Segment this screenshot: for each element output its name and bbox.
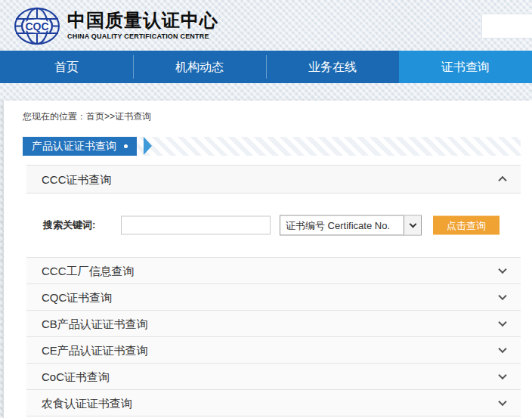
banner-dot-icon bbox=[124, 144, 128, 148]
site-title-en: CHINA QUALITY CERTIFICATION CENTRE bbox=[67, 33, 218, 40]
section-banner-title: 产品认证证书查询 bbox=[32, 137, 116, 156]
accordion-header-agrifood-certificate[interactable]: 农食认证证书查询 bbox=[26, 390, 521, 416]
query-button[interactable]: 点击查询 bbox=[433, 216, 500, 235]
accordion-header-ce-certificate[interactable]: CE产品认证证书查询 bbox=[26, 337, 521, 364]
header-search-box[interactable] bbox=[481, 14, 532, 39]
ccc-search-form: 搜索关键词: 证书编号 Certificate No. 点击查询 bbox=[26, 194, 521, 258]
chevron-down-icon bbox=[498, 265, 506, 274]
accordion-row-label: CoC证书查询 bbox=[42, 370, 110, 383]
cqc-globe-logo-icon: CQC bbox=[13, 6, 61, 46]
accordion-header-cqc-certificate[interactable]: CQC证书查询 bbox=[26, 284, 521, 311]
search-keyword-label: 搜索关键词: bbox=[43, 218, 95, 232]
chevron-down-icon bbox=[498, 345, 506, 353]
accordion-header-ccc-factory[interactable]: CCC工厂信息查询 bbox=[26, 258, 521, 284]
search-type-select[interactable]: 证书编号 Certificate No. bbox=[280, 215, 422, 236]
nav-item-certificate-query[interactable]: 证书查询 bbox=[399, 51, 532, 83]
accordion-header-label: CCC证书查询 bbox=[42, 173, 112, 186]
logo-text: CQC bbox=[25, 20, 48, 33]
nav-item-news[interactable]: 机构动态 bbox=[133, 51, 266, 83]
chevron-down-icon bbox=[498, 398, 506, 406]
content-panel: 您现在的位置：首页>>证书查询 产品认证证书查询 CCC证书查询 搜索关键词: … bbox=[4, 101, 532, 418]
accordion-header-coc-certificate[interactable]: CoC证书查询 bbox=[26, 364, 521, 390]
nav-item-business-online[interactable]: 业务在线 bbox=[266, 51, 399, 83]
search-keyword-input[interactable] bbox=[121, 216, 271, 235]
accordion-row-label: 农食认证证书查询 bbox=[42, 397, 132, 410]
main-nav: 首页 机构动态 业务在线 证书查询 bbox=[0, 51, 532, 83]
section-banner-title-box: 产品认证证书查询 bbox=[23, 137, 137, 156]
site-titles: 中国质量认证中心 CHINA QUALITY CERTIFICATION CEN… bbox=[67, 10, 218, 40]
chevron-down-icon bbox=[498, 318, 506, 327]
accordion-row-label: CB产品认证证书查询 bbox=[42, 317, 148, 330]
nav-item-home[interactable]: 首页 bbox=[0, 51, 133, 83]
section-banner: 产品认证证书查询 bbox=[23, 137, 521, 156]
site-header: CQC 中国质量认证中心 CHINA QUALITY CERTIFICATION… bbox=[0, 0, 532, 51]
chevron-down-icon bbox=[409, 221, 416, 228]
accordion-row-label: CE产品认证证书查询 bbox=[42, 344, 148, 357]
banner-arrow-icon bbox=[144, 137, 152, 155]
page: CQC 中国质量认证中心 CHINA QUALITY CERTIFICATION… bbox=[0, 0, 532, 418]
accordion-header-cb-certificate[interactable]: CB产品认证证书查询 bbox=[26, 311, 521, 337]
caret-up-icon bbox=[498, 176, 506, 184]
accordion-row-label: CQC证书查询 bbox=[42, 291, 112, 304]
chevron-down-icon bbox=[498, 292, 506, 300]
query-accordion: CCC证书查询 搜索关键词: 证书编号 Certificate No. 点击查询… bbox=[26, 165, 521, 416]
select-dropdown-arrow-box[interactable] bbox=[404, 216, 421, 235]
breadcrumb[interactable]: 您现在的位置：首页>>证书查询 bbox=[23, 110, 151, 123]
accordion-row-label: CCC工厂信息查询 bbox=[42, 265, 135, 277]
chevron-down-icon bbox=[498, 371, 506, 379]
search-type-selected-value: 证书编号 Certificate No. bbox=[280, 218, 404, 232]
site-title-cn: 中国质量认证中心 bbox=[67, 10, 218, 31]
accordion-header-ccc-certificate[interactable]: CCC证书查询 bbox=[26, 166, 521, 194]
